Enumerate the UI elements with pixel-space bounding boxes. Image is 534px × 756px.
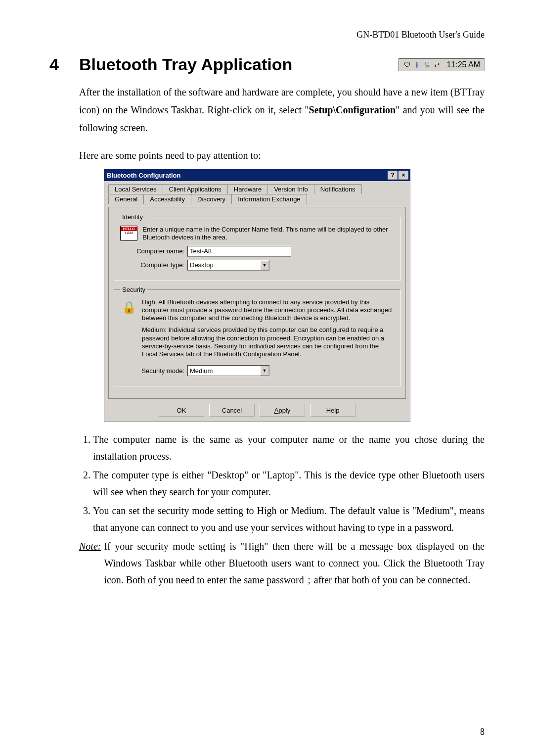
note-block: Note: If your security mode setting is "…: [79, 538, 485, 588]
hello-badge-icon: HELLO I AM: [120, 226, 137, 241]
computer-name-input[interactable]: [187, 246, 291, 257]
dialog-close-button[interactable]: ×: [399, 171, 408, 180]
chevron-down-icon: ▼: [260, 260, 269, 270]
dialog-button-row: OK Cancel Apply Help: [108, 404, 406, 417]
security-mode-label: Security mode:: [120, 367, 184, 375]
points-list: The computer name is the same as your co…: [79, 431, 485, 536]
system-tray: 🛡 ᛒ 🖶 ⇄ 11:25 AM: [399, 58, 485, 71]
printer-icon: 🖶: [423, 60, 432, 69]
dialog-body: Local Services Client Applications Hardw…: [104, 181, 410, 422]
ok-button[interactable]: OK: [159, 404, 204, 417]
security-mode-select[interactable]: Medium ▼: [187, 365, 269, 376]
tab-strip: Local Services Client Applications Hardw…: [108, 184, 406, 204]
point-3: You can set the security mode setting to…: [93, 502, 485, 536]
apply-button[interactable]: Apply: [260, 404, 305, 417]
computer-name-label: Computer name:: [120, 247, 184, 255]
point-1: The computer name is the same as your co…: [93, 431, 485, 465]
tab-local-services[interactable]: Local Services: [108, 184, 163, 194]
computer-type-select[interactable]: Desktop ▼: [187, 260, 269, 271]
security-high-desc: High: All Bluetooth devices attempting t…: [142, 298, 394, 323]
computer-type-label: Computer type:: [120, 261, 184, 269]
page-header: GN-BTD01 Bluetooth User's Guide: [49, 30, 485, 40]
chevron-down-icon: ▼: [260, 366, 269, 376]
security-mode-value: Medium: [190, 367, 213, 375]
shield-icon: 🛡: [403, 60, 412, 69]
dialog-titlebar: Bluetooth Configuration ? ×: [104, 169, 410, 181]
security-group: Security 🔒 High: All Bluetooth devices a…: [114, 286, 400, 387]
note-body: If your security mode setting is "High" …: [104, 538, 485, 588]
help-button[interactable]: Help: [310, 404, 356, 417]
page-number: 8: [480, 727, 485, 737]
chapter-title: Bluetooth Tray Application: [79, 55, 292, 74]
cancel-button[interactable]: Cancel: [209, 404, 255, 417]
title-row: 4 Bluetooth Tray Application 🛡 ᛒ 🖶 ⇄ 11:…: [49, 55, 485, 74]
tab-accessibility[interactable]: Accessibility: [143, 194, 191, 204]
point-2: The computer type is either "Desktop" or…: [93, 467, 485, 500]
chapter-number: 4: [49, 55, 69, 74]
tab-general[interactable]: General: [108, 194, 144, 204]
lock-icon: 🔒: [120, 298, 138, 316]
network-icon: ⇄: [433, 60, 442, 69]
identity-legend: Identity: [120, 213, 145, 221]
security-medium-desc: Medium: Individual services provided by …: [142, 326, 394, 358]
hello-badge-bottom: I AM: [121, 231, 137, 235]
tab-client-applications[interactable]: Client Applications: [163, 184, 228, 194]
dialog-title: Bluetooth Configuration: [107, 172, 180, 179]
tab-version-info[interactable]: Version Info: [267, 184, 314, 194]
bluetooth-config-dialog: Bluetooth Configuration ? × Local Servic…: [104, 169, 410, 422]
identity-group: Identity HELLO I AM Enter a unique name …: [114, 213, 400, 281]
security-legend: Security: [120, 286, 147, 293]
dialog-help-button[interactable]: ?: [388, 171, 398, 180]
note-label: Note:: [79, 538, 101, 588]
tab-notifications[interactable]: Notifications: [314, 184, 362, 194]
intro-paragraph-2: Here are some points need to pay attenti…: [79, 146, 485, 164]
intro-p1-bold: Setup\Configuration: [309, 104, 396, 115]
bluetooth-icon: ᛒ: [413, 60, 422, 69]
computer-type-value: Desktop: [190, 261, 214, 269]
tray-time: 11:25 AM: [446, 60, 480, 69]
tab-hardware[interactable]: Hardware: [227, 184, 268, 194]
tab-panel-general: Identity HELLO I AM Enter a unique name …: [108, 207, 406, 399]
identity-desc: Enter a unique name in the Computer Name…: [142, 226, 394, 242]
tab-discovery[interactable]: Discovery: [191, 194, 232, 204]
tab-information-exchange[interactable]: Information Exchange: [231, 194, 307, 204]
intro-paragraph-1: After the installation of the software a…: [79, 83, 485, 137]
